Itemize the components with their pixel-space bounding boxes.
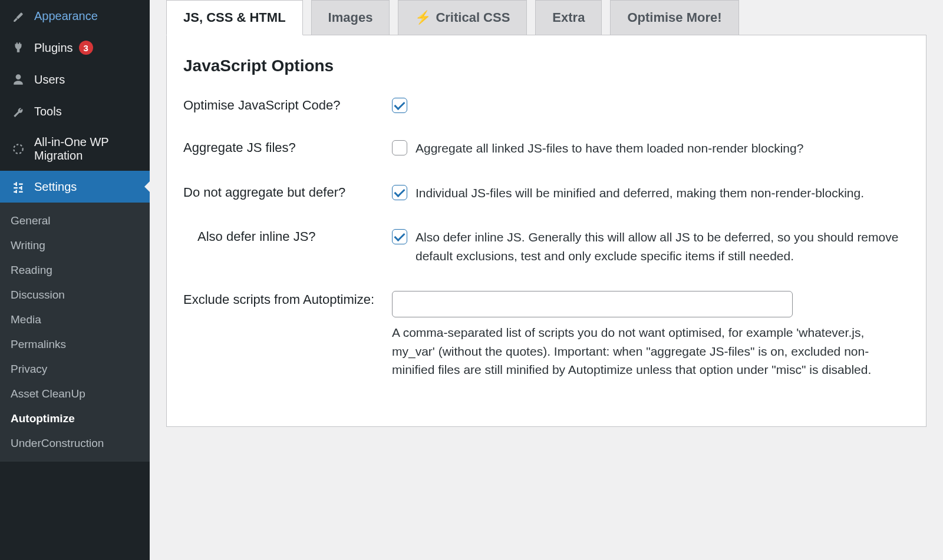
tab-label: Extra bbox=[552, 10, 585, 25]
submenu-item-asset-cleanup[interactable]: Asset CleanUp bbox=[0, 382, 150, 406]
tab-extra[interactable]: Extra bbox=[535, 0, 602, 35]
submenu-item-privacy[interactable]: Privacy bbox=[0, 357, 150, 382]
description: Individual JS-files will be minified and… bbox=[416, 184, 864, 203]
tab-images[interactable]: Images bbox=[311, 0, 390, 35]
submenu-item-general[interactable]: General bbox=[0, 208, 150, 233]
bolt-icon: ⚡ bbox=[415, 10, 431, 25]
menu-label: Appearance bbox=[34, 9, 98, 23]
tab-js-css-html[interactable]: JS, CSS & HTML bbox=[166, 0, 303, 35]
submenu-item-reading[interactable]: Reading bbox=[0, 258, 150, 283]
sidebar-item-migration[interactable]: All-in-One WP Migration bbox=[0, 127, 150, 171]
checkbox-defer-inline[interactable] bbox=[392, 229, 407, 244]
section-heading: JavaScript Options bbox=[183, 57, 909, 75]
checkbox-defer-not-aggregate[interactable] bbox=[392, 185, 407, 200]
input-exclude-scripts[interactable] bbox=[392, 291, 793, 317]
sidebar-item-settings[interactable]: Settings bbox=[0, 171, 150, 203]
menu-label: Plugins bbox=[34, 41, 73, 55]
user-icon bbox=[11, 72, 26, 87]
row-label: Aggregate JS files? bbox=[183, 139, 392, 155]
submenu-item-underconstruction[interactable]: UnderConstruction bbox=[0, 431, 150, 456]
circle-dash-icon bbox=[11, 141, 26, 157]
tab-label: JS, CSS & HTML bbox=[183, 10, 286, 25]
menu-label: All-in-One WP Migration bbox=[34, 135, 139, 163]
description: Also defer inline JS. Generally this wil… bbox=[416, 228, 909, 265]
main-content: JS, CSS & HTML Images ⚡ Critical CSS Ext… bbox=[150, 0, 943, 560]
row-aggregate-js: Aggregate JS files? Aggregate all linked… bbox=[183, 139, 909, 158]
row-label: Optimise JavaScript Code? bbox=[183, 97, 392, 113]
row-label: Also defer inline JS? bbox=[183, 228, 392, 244]
plug-icon bbox=[11, 40, 26, 55]
tab-label: Optimise More! bbox=[627, 10, 721, 25]
row-exclude-scripts: Exclude scripts from Autoptimize: A comm… bbox=[183, 291, 909, 379]
menu-label: Settings bbox=[34, 180, 77, 194]
tab-optimise-more[interactable]: Optimise More! bbox=[610, 0, 738, 35]
svg-point-0 bbox=[14, 144, 22, 153]
description: Aggregate all linked JS-files to have th… bbox=[416, 139, 803, 158]
checkbox-optimise-js[interactable] bbox=[392, 98, 407, 113]
settings-tabs: JS, CSS & HTML Images ⚡ Critical CSS Ext… bbox=[166, 0, 926, 35]
wrench-icon bbox=[11, 104, 26, 119]
submenu-item-writing[interactable]: Writing bbox=[0, 233, 150, 258]
tab-label: Images bbox=[328, 10, 373, 25]
row-label: Exclude scripts from Autoptimize: bbox=[183, 291, 392, 307]
menu-label: Users bbox=[34, 73, 65, 87]
settings-submenu: General Writing Reading Discussion Media… bbox=[0, 203, 150, 462]
submenu-item-autoptimize[interactable]: Autoptimize bbox=[0, 406, 150, 431]
row-label: Do not aggregate but defer? bbox=[183, 184, 392, 200]
menu-label: Tools bbox=[34, 105, 62, 118]
row-defer-inline: Also defer inline JS? Also defer inline … bbox=[183, 228, 909, 265]
row-optimise-js: Optimise JavaScript Code? bbox=[183, 97, 909, 113]
submenu-item-media[interactable]: Media bbox=[0, 307, 150, 332]
sliders-icon bbox=[11, 179, 26, 194]
sidebar-item-appearance[interactable]: Appearance bbox=[0, 0, 150, 32]
row-defer-not-aggregate: Do not aggregate but defer? Individual J… bbox=[183, 184, 909, 203]
update-badge: 3 bbox=[79, 41, 93, 55]
wp-admin-sidebar: Appearance Plugins 3 Users Tools All-in-… bbox=[0, 0, 150, 560]
sidebar-item-tools[interactable]: Tools bbox=[0, 95, 150, 127]
brush-icon bbox=[11, 8, 26, 24]
sidebar-item-users[interactable]: Users bbox=[0, 64, 150, 95]
description: A comma-separated list of scripts you do… bbox=[392, 323, 909, 379]
checkbox-aggregate-js[interactable] bbox=[392, 140, 407, 155]
submenu-item-discussion[interactable]: Discussion bbox=[0, 283, 150, 307]
sidebar-item-plugins[interactable]: Plugins 3 bbox=[0, 32, 150, 64]
tab-label: Critical CSS bbox=[436, 10, 510, 25]
submenu-item-permalinks[interactable]: Permalinks bbox=[0, 332, 150, 357]
settings-panel: JavaScript Options Optimise JavaScript C… bbox=[166, 35, 926, 427]
tab-critical-css[interactable]: ⚡ Critical CSS bbox=[398, 0, 527, 35]
